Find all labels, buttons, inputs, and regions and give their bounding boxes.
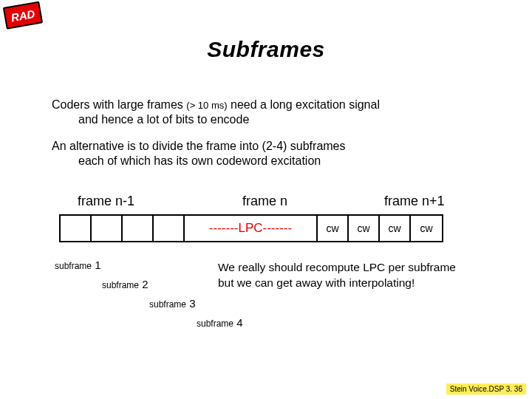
p2-line2: each of which has its own codeword excit… bbox=[78, 154, 495, 168]
p1-line1b: (> 10 ms) bbox=[186, 100, 227, 111]
rad-logo-text: RAD bbox=[10, 7, 35, 23]
p2-line1: An alternative is to divide the frame in… bbox=[52, 140, 346, 152]
lpc-cell: -------LPC------- bbox=[185, 216, 318, 241]
p1-line1a: Coders with large frames bbox=[52, 98, 186, 111]
cw-cell-4: cw bbox=[411, 216, 442, 241]
rad-logo: RAD bbox=[3, 1, 41, 30]
cw-cell-1: cw bbox=[318, 216, 349, 241]
frame-labels-row: frame n-1 frame n frame n+1 bbox=[59, 194, 480, 210]
cw-cell-3: cw bbox=[380, 216, 411, 241]
subframe-cell-4 bbox=[154, 216, 185, 241]
subframe-label-4: subframe 4 bbox=[197, 316, 243, 329]
slide-footer: Stein Voice.DSP 3. 36 bbox=[446, 383, 526, 395]
cw-cell-2: cw bbox=[349, 216, 380, 241]
paragraph-2: An alternative is to divide the frame in… bbox=[52, 139, 495, 168]
subframe-cell-1 bbox=[61, 216, 92, 241]
subframe-cell-3 bbox=[123, 216, 154, 241]
paragraph-1: Coders with large frames (> 10 ms) need … bbox=[52, 98, 495, 127]
frame-diagram: -------LPC------- cw cw cw cw bbox=[59, 214, 443, 242]
frame-label-prev: frame n-1 bbox=[78, 194, 134, 209]
subframe-label-1: subframe 1 bbox=[55, 259, 101, 271]
frame-label-curr: frame n bbox=[242, 194, 287, 209]
note-line1: We really should recompute LPC per subfr… bbox=[218, 261, 456, 273]
slide-body: Coders with large frames (> 10 ms) need … bbox=[52, 98, 495, 180]
frame-label-next: frame n+1 bbox=[384, 194, 445, 209]
slide-title: Subframes bbox=[0, 37, 532, 62]
subframe-label-3: subframe 3 bbox=[149, 297, 196, 310]
p1-line1c: need a long excitation signal bbox=[228, 98, 380, 111]
interpolation-note: We really should recompute LPC per subfr… bbox=[218, 260, 514, 291]
p1-line2: and hence a lot of bits to encode bbox=[78, 112, 495, 127]
rad-logo-box: RAD bbox=[3, 1, 43, 30]
note-line2: but we can get away with interpolating! bbox=[218, 276, 415, 289]
subframe-label-2: subframe 2 bbox=[102, 278, 149, 290]
subframe-cell-2 bbox=[92, 216, 123, 241]
